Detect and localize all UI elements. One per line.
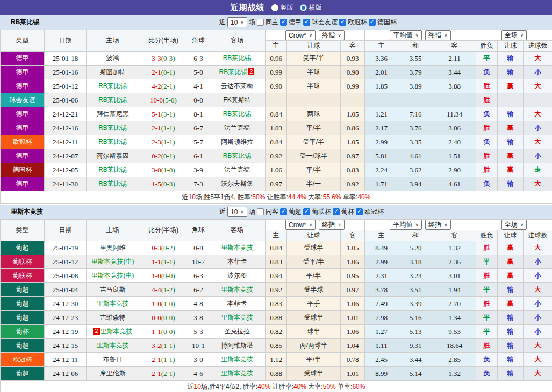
- avg-away-odds: 3.44: [433, 66, 476, 79]
- team-link[interactable]: FK莫斯特: [223, 96, 250, 104]
- away-team: 里斯本竞技: [209, 311, 266, 325]
- same-venue-checkbox[interactable]: [257, 208, 264, 215]
- league-filter-checkbox[interactable]: [303, 19, 310, 26]
- team-link[interactable]: 里斯本竞技: [221, 314, 253, 321]
- final-odds-select[interactable]: 终指∨: [425, 220, 451, 230]
- avg-draw-odds: 5.16: [398, 311, 433, 325]
- handicap-away-odds: 0.97: [341, 149, 365, 163]
- final-odds-select[interactable]: 终指∨: [319, 220, 345, 230]
- team-link[interactable]: 里斯本竞技: [221, 286, 253, 293]
- team-sections: RB莱比锡近10∨场同主德甲球会友谊欧冠杯德国杯类型日期主场比分(半场)角球客场…: [0, 15, 552, 392]
- radio-icon[interactable]: [300, 4, 307, 11]
- away-team: 法兰克福: [209, 121, 266, 135]
- chevron-down-icon: ∨: [338, 223, 341, 227]
- handicap-result: 输: [498, 367, 524, 381]
- team-link[interactable]: 里斯本竞技(中): [91, 272, 134, 279]
- match-row: 葡超24-12-06摩里伦斯2-1(2-1)4-6里斯本竞技0.88受球半1.0…: [1, 367, 552, 381]
- avg-draw-odds: 7.16: [398, 107, 433, 121]
- final-odds-select[interactable]: 终指∨: [425, 30, 451, 40]
- team-link[interactable]: 本菲卡: [227, 300, 247, 307]
- league-badge: 球会友谊: [1, 93, 45, 107]
- team-link[interactable]: 荷尔斯泰因: [97, 152, 129, 159]
- team-link[interactable]: 里奥阿维: [100, 244, 126, 251]
- match-score: 2-3(1-1): [139, 135, 188, 149]
- view-option-label: 横版: [309, 3, 322, 12]
- avg-draw-odds: 3.79: [398, 66, 433, 79]
- league-badge: 葡杯: [1, 325, 45, 339]
- team-link[interactable]: RB莱比锡: [223, 152, 252, 159]
- same-venue-checkbox[interactable]: [257, 19, 264, 26]
- team-link[interactable]: 摩里伦斯: [100, 369, 126, 377]
- corner-score: 10-1: [188, 339, 209, 353]
- team-link[interactable]: 布鲁日: [103, 355, 123, 363]
- handicap-home-odds: 0.94: [266, 269, 287, 283]
- team-link[interactable]: 里斯本竞技(中): [91, 258, 134, 265]
- team-link[interactable]: 阿斯顿维拉: [221, 138, 253, 146]
- team-link[interactable]: 吉马良斯: [100, 286, 126, 293]
- team-link[interactable]: 波鸿: [106, 54, 119, 62]
- home-team: RB莱比锡: [87, 121, 139, 135]
- team-name: 里斯本竞技: [11, 207, 43, 216]
- scope-select[interactable]: 全场∨: [501, 30, 527, 40]
- team-link[interactable]: 斯图加特: [100, 68, 126, 76]
- team-link[interactable]: 博阿维斯塔: [221, 342, 253, 349]
- team-link[interactable]: 里斯本竞技: [221, 355, 253, 363]
- team-link[interactable]: 云达不莱梅: [221, 82, 253, 90]
- odds-source-select[interactable]: Crow*∨: [285, 220, 316, 230]
- scope-select[interactable]: 全场∨: [501, 220, 527, 230]
- team-link[interactable]: 吉维森特: [100, 314, 126, 321]
- league-filter-checkbox[interactable]: [333, 208, 340, 215]
- team-link[interactable]: 里斯本竞技: [101, 328, 133, 335]
- team-link[interactable]: 拜仁慕尼黑: [97, 110, 129, 118]
- team-link[interactable]: 沃尔夫斯堡: [221, 180, 253, 187]
- league-filter-checkbox[interactable]: [356, 208, 363, 215]
- league-filter-checkbox[interactable]: [280, 19, 287, 26]
- avg-draw-odds: 3.39: [398, 297, 433, 311]
- match-row: 欧冠杯24-12-11RB莱比锡2-3(1-1)5-7阿斯顿维拉0.84受平/半…: [1, 135, 552, 149]
- team-link[interactable]: RB莱比锡: [98, 138, 127, 146]
- team-link[interactable]: RB莱比锡: [98, 96, 127, 104]
- radio-icon[interactable]: [271, 4, 278, 11]
- team-link[interactable]: RB莱比锡: [223, 54, 252, 62]
- avg-away-odds: 1.34: [433, 311, 476, 325]
- average-select[interactable]: 平均值∨: [390, 220, 422, 230]
- match-row: 葡超25-01-19里奥阿维0-3(0-2)0-8里斯本竞技0.84受球半1.0…: [1, 241, 552, 255]
- team-link[interactable]: RB莱比锡: [98, 166, 127, 173]
- team-link[interactable]: RB莱比锡: [98, 82, 127, 90]
- average-select[interactable]: 平均值∨: [390, 30, 422, 40]
- final-odds-select[interactable]: 终指∨: [319, 30, 345, 40]
- match-count-select[interactable]: 10∨: [227, 207, 247, 217]
- team-link[interactable]: RB莱比锡: [98, 180, 127, 187]
- league-filter-checkbox[interactable]: [280, 208, 287, 215]
- col-header: 客场: [209, 220, 266, 241]
- view-option-horizontal[interactable]: 横版: [300, 3, 322, 12]
- team-link[interactable]: RB莱比锡: [219, 68, 248, 76]
- col-header: 日期: [45, 30, 87, 52]
- goals-result: 小: [524, 66, 552, 79]
- league-filter-checkbox[interactable]: [339, 19, 346, 26]
- odds-source-select[interactable]: Crow*∨: [285, 30, 316, 40]
- team-link[interactable]: RB莱比锡: [98, 124, 127, 132]
- league-badge: 葡超: [1, 367, 45, 381]
- team-link[interactable]: 里斯本竞技: [97, 300, 129, 307]
- col-header: 和: [398, 230, 433, 241]
- team-link[interactable]: 里斯本竞技: [221, 244, 253, 251]
- league-badge: 德甲: [1, 107, 45, 121]
- team-link[interactable]: RB莱比锡: [223, 110, 252, 118]
- team-link[interactable]: 波尔图: [227, 272, 247, 279]
- league-filter-checkbox[interactable]: [369, 19, 376, 26]
- match-count-select[interactable]: 10∨: [227, 17, 247, 27]
- team-link[interactable]: 圣克拉拉: [224, 328, 250, 335]
- team-link[interactable]: 里斯本竞技: [221, 369, 253, 377]
- team-link[interactable]: 里斯本竞技: [97, 342, 129, 349]
- view-option-vertical[interactable]: 竖版: [271, 3, 293, 12]
- team-link[interactable]: 法兰克福: [224, 124, 250, 132]
- team-link[interactable]: 法兰克福: [224, 166, 250, 173]
- handicap-away-odds: 0.95: [341, 269, 365, 283]
- handicap-line: 平/半: [287, 269, 341, 283]
- goals-result: 大: [524, 79, 552, 93]
- league-filter-checkbox[interactable]: [303, 208, 310, 215]
- home-team: 里斯本竞技(中): [87, 255, 139, 269]
- team-link[interactable]: 本菲卡: [227, 258, 247, 265]
- match-date: 24-12-05: [45, 163, 87, 177]
